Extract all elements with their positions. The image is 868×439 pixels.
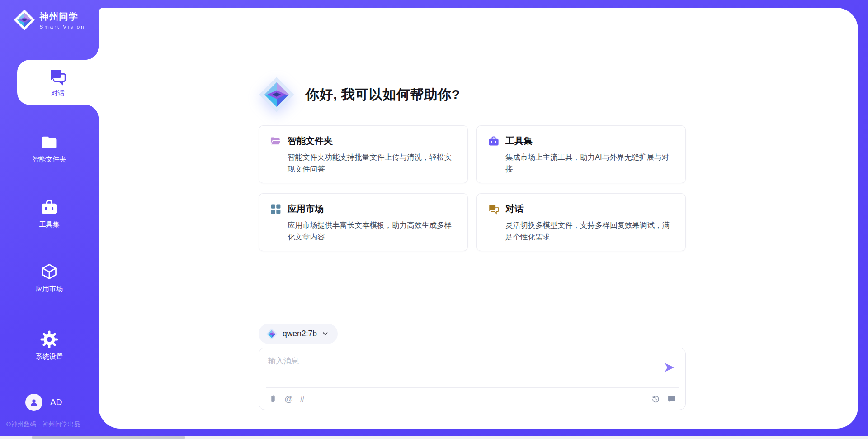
main-panel: 你好, 我可以如何帮助你? 智能文件夹 智能文件夹功能支持批量文件上传与清洗，轻… <box>99 8 858 429</box>
message-icon <box>667 394 676 404</box>
cube-icon <box>40 262 58 281</box>
paperclip-icon <box>268 394 278 404</box>
card-chat[interactable]: 对话 灵活切换多模型文件，支持多样回复效果调试，满足个性化需求 <box>476 193 686 251</box>
attach-file-button[interactable] <box>268 394 278 404</box>
card-toolkit[interactable]: 工具集 集成市场上主流工具，助力AI与外界无缝扩展与对接 <box>476 125 686 183</box>
message-input[interactable] <box>259 348 654 387</box>
at-icon: @ <box>284 395 293 403</box>
sidebar-item-label: 工具集 <box>39 220 60 229</box>
card-description: 灵活切换多模型文件，支持多样回复效果调试，满足个性化需求 <box>505 219 675 243</box>
card-description: 应用市场提供丰富长文本模板，助力高效生成多样化文章内容 <box>288 219 457 243</box>
sidebar-item-label: 应用市场 <box>36 285 63 293</box>
card-description: 智能文件夹功能支持批量文件上传与清洗，轻松实现文件问答 <box>288 151 457 175</box>
message-composer: @ # <box>259 348 686 410</box>
toolbox-icon <box>488 135 500 147</box>
card-header: 对话 <box>488 203 675 215</box>
gem-logo-icon <box>14 9 35 31</box>
brand-subtitle: Smart Vision <box>40 24 85 29</box>
app-grid-icon <box>270 203 282 215</box>
greeting-text: 你好, 我可以如何帮助你? <box>306 86 460 104</box>
card-title: 对话 <box>505 203 524 215</box>
send-icon <box>664 362 675 373</box>
horizontal-scrollbar[interactable] <box>0 436 868 439</box>
sidebar-item-settings[interactable]: 系统设置 <box>0 330 99 361</box>
composer-toolbar: @ # <box>259 388 685 410</box>
card-title: 工具集 <box>505 135 533 147</box>
chevron-down-icon[interactable] <box>322 330 329 337</box>
card-app-market[interactable]: 应用市场 应用市场提供丰富长文本模板，助力高效生成多样化文章内容 <box>259 193 468 251</box>
brand-name: 神州问学 <box>40 10 85 23</box>
gear-icon <box>40 330 58 348</box>
sidebar-item-smart-folder[interactable]: 智能文件夹 <box>0 133 99 164</box>
new-chat-button[interactable] <box>667 394 676 404</box>
avatar <box>25 394 42 411</box>
app-root: { "brand": { "name": "神州问学", "subtitle":… <box>0 0 868 439</box>
brand-text: 神州问学 Smart Vision <box>40 10 85 29</box>
sidebar-item-app-market[interactable]: 应用市场 <box>0 262 99 293</box>
card-smart-folder[interactable]: 智能文件夹 智能文件夹功能支持批量文件上传与清洗，轻松实现文件问答 <box>259 125 468 183</box>
card-header: 应用市场 <box>270 203 457 215</box>
card-title: 智能文件夹 <box>288 135 333 147</box>
gem-model-icon <box>266 328 278 340</box>
gem-greeting-icon <box>259 74 295 115</box>
card-title: 应用市场 <box>288 203 324 215</box>
feature-cards: 智能文件夹 智能文件夹功能支持批量文件上传与清洗，轻松实现文件问答 工具集 集成… <box>259 125 686 251</box>
model-name: qwen2:7b <box>283 329 317 339</box>
topic-button[interactable]: # <box>300 395 305 403</box>
card-header: 工具集 <box>488 135 675 147</box>
mention-button[interactable]: @ <box>284 395 293 403</box>
chat-bubbles-icon <box>48 67 67 86</box>
model-selector[interactable]: qwen2:7b <box>259 324 338 344</box>
folder-open-icon <box>270 135 282 147</box>
sidebar: 神州问学 Smart Vision 对话 智能文件夹 工具集 <box>0 0 99 439</box>
toolbox-icon <box>40 198 58 216</box>
sidebar-item-toolkit[interactable]: 工具集 <box>0 198 99 229</box>
composer-left-tools: @ # <box>268 394 305 404</box>
scrollbar-thumb[interactable] <box>32 436 185 439</box>
sidebar-item-label: 系统设置 <box>36 353 63 361</box>
card-description: 集成市场上主流工具，助力AI与外界无缝扩展与对接 <box>505 151 675 175</box>
folder-icon <box>40 133 58 151</box>
card-header: 智能文件夹 <box>270 135 457 147</box>
content-column: 你好, 我可以如何帮助你? 智能文件夹 智能文件夹功能支持批量文件上传与清洗，轻… <box>259 8 686 429</box>
history-icon <box>651 394 660 404</box>
person-icon <box>29 397 39 407</box>
greeting: 你好, 我可以如何帮助你? <box>259 74 460 115</box>
send-button[interactable] <box>664 362 675 373</box>
chat-bubbles-icon <box>488 203 500 215</box>
user-initials: AD <box>50 397 62 407</box>
sidebar-item-label: 智能文件夹 <box>33 155 66 164</box>
sidebar-item-label: 对话 <box>51 89 65 98</box>
history-button[interactable] <box>651 394 660 404</box>
sidebar-item-chat[interactable]: 对话 <box>17 60 99 105</box>
copyright-text: ©神州数码 · 神州问学出品 <box>6 420 80 429</box>
hash-icon: # <box>300 395 305 403</box>
composer-right-tools <box>651 394 676 404</box>
brand-logo: 神州问学 Smart Vision <box>0 9 99 31</box>
user-account[interactable]: AD <box>25 394 62 411</box>
